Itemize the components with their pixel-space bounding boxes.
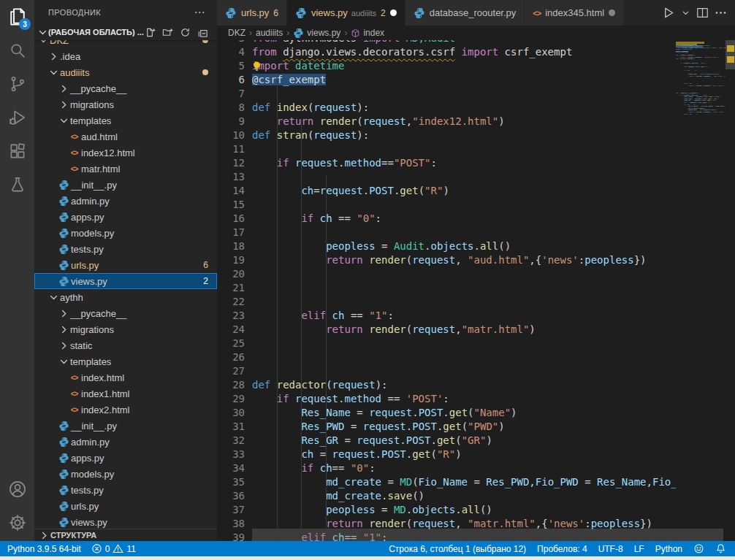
code-line[interactable]: Res_Name = request.POST.get("Name") (252, 406, 676, 420)
tree-item-init-py[interactable]: __init__.py (34, 177, 217, 193)
horizontal-scrollbar[interactable] (252, 529, 723, 541)
minimap[interactable]: from aythh.models import MD,Auditfrom dj… (676, 42, 726, 115)
code-line[interactable]: if request.method=="POST": (252, 156, 676, 170)
code-line[interactable]: def redactor(request): (252, 378, 676, 392)
code-line[interactable]: peopless = Audit.objects.all() (252, 239, 676, 253)
tab-index345-html[interactable]: <>index345.html (525, 0, 624, 26)
tree-item-index1-html[interactable]: <>index1.html (34, 386, 217, 402)
collapse-all-icon[interactable] (197, 27, 208, 38)
code-line[interactable]: import datetime (252, 59, 676, 73)
tree-item-views-py[interactable]: views.py (34, 514, 217, 530)
code-line[interactable] (252, 226, 676, 239)
activity-item-account[interactable] (0, 472, 34, 506)
status-language-mode[interactable]: Python (655, 544, 682, 554)
new-file-icon[interactable] (145, 27, 156, 38)
code-line[interactable] (252, 142, 676, 156)
status-eol[interactable]: LF (634, 544, 644, 554)
refresh-icon[interactable] (180, 27, 191, 38)
code-line[interactable]: if ch== "0": (252, 461, 676, 475)
breadcrumb-item-audiiits[interactable]: audiiits (256, 28, 283, 38)
activity-item-settings[interactable] (0, 506, 34, 540)
tree-item-pycache[interactable]: __pycache__ (34, 80, 217, 96)
tree-item-urls-py[interactable]: urls.py6 (34, 257, 217, 273)
code-line[interactable]: ch=request.POST.get("R") (252, 184, 676, 198)
code-action-lightbulb-icon[interactable] (251, 61, 262, 72)
breadcrumb-item-index[interactable]: index (351, 28, 384, 38)
outline-section-header[interactable]: СТРУКТУРА (34, 529, 217, 541)
status-notifications[interactable] (715, 543, 726, 554)
tree-item-models-py[interactable]: models.py (34, 225, 217, 241)
status-indentation[interactable]: Пробелов: 4 (537, 544, 587, 554)
code-line[interactable]: def stran(request): (252, 129, 676, 142)
status-cursor-position[interactable]: Строка 6, столбец 1 (выбрано 12) (389, 544, 526, 554)
code-content[interactable]: from aythh.models import MD,Auditfrom dj… (252, 40, 676, 541)
tab-urls-py[interactable]: urls.py6 (217, 0, 287, 26)
activity-item-search[interactable] (0, 34, 34, 67)
tree-item-pycache[interactable]: __pycache__ (34, 305, 217, 321)
run-dropdown-icon[interactable] (679, 6, 693, 20)
workspace-section-header[interactable]: (РАБОЧАЯ ОБЛАСТЬ) ... (34, 24, 217, 40)
tree-item-urls-py[interactable]: urls.py (34, 498, 217, 514)
code-line[interactable]: md_create = MD(Fio_Name = Res_PWD,Fio_PW… (252, 475, 676, 489)
tree-item-matr-html[interactable]: <>matr.html (34, 161, 217, 177)
tree-item-idea[interactable]: .idea (34, 48, 217, 64)
vertical-scrollbar[interactable] (726, 40, 735, 69)
code-line[interactable] (252, 337, 676, 350)
tree-item-views-py[interactable]: views.py2 (34, 273, 217, 289)
code-line[interactable]: Res_PWD = request.POST.get("PWD") (252, 420, 676, 434)
code-line[interactable] (252, 87, 676, 101)
status-feedback[interactable] (693, 543, 704, 554)
tree-item-apps-py[interactable]: apps.py (34, 209, 217, 225)
tree-item-models-py[interactable]: models.py (34, 466, 217, 482)
activity-item-extensions[interactable] (0, 134, 34, 168)
code-line[interactable]: Res_GR = request.POST.get("GR") (252, 434, 676, 448)
tab-database-roouter-py[interactable]: database_roouter.py (405, 0, 525, 26)
code-line[interactable]: def index(request): (252, 101, 676, 115)
tree-item-index-html[interactable]: <>index.html (34, 369, 217, 386)
code-line[interactable] (252, 267, 676, 281)
activity-item-run-debug[interactable] (0, 101, 34, 134)
breadcrumb-item-dkz[interactable]: DKZ (228, 28, 245, 38)
activity-item-explorer[interactable]: 3 (0, 0, 34, 34)
new-folder-icon[interactable] (162, 27, 173, 38)
tree-item-tests-py[interactable]: tests.py (34, 482, 217, 498)
code-line[interactable]: if ch == "0": (252, 212, 676, 226)
sidebar-more-actions-icon[interactable]: ⋯ (194, 6, 205, 19)
unsaved-dot-icon[interactable] (609, 9, 615, 16)
code-line[interactable]: ch = request.POST.get("R") (252, 448, 676, 461)
code-line[interactable]: return render(request, "aud.html",{'news… (252, 253, 676, 267)
code-line[interactable] (252, 295, 676, 309)
code-line[interactable] (252, 350, 676, 364)
code-line[interactable] (252, 281, 676, 295)
tree-item-tests-py[interactable]: tests.py (34, 241, 217, 257)
code-line[interactable]: md_create.save() (252, 489, 676, 503)
activity-item-testing[interactable] (0, 168, 34, 202)
tree-item-aud-html[interactable]: <>aud.html (34, 129, 217, 145)
code-line[interactable] (252, 198, 676, 212)
split-editor-icon[interactable] (694, 4, 711, 21)
code-line[interactable]: from django.views.decorators.csrf import… (252, 45, 676, 59)
tree-item-index12-html[interactable]: <>index12.html (34, 145, 217, 161)
status-python-version[interactable]: Python 3.9.5 64-bit (7, 544, 81, 554)
tree-item-apps-py[interactable]: apps.py (34, 450, 217, 466)
code-line[interactable]: peopless = MD.objects.all() (252, 503, 676, 517)
code-line[interactable]: @csrf_exempt (252, 73, 676, 87)
activity-item-source-control[interactable] (0, 67, 34, 101)
tree-item-migrations[interactable]: migrations (34, 321, 217, 337)
tree-item-index2-html[interactable]: <>index2.html (34, 402, 217, 418)
run-icon[interactable] (660, 4, 677, 21)
code-line[interactable]: if request.method == 'POST': (252, 392, 676, 406)
code-editor[interactable]: 1234567891011121314151617181920212223242… (217, 40, 735, 541)
code-line[interactable]: return render(request,"matr.html") (252, 323, 676, 337)
tree-item-init-py[interactable]: __init__.py (34, 418, 217, 434)
tree-item-admin-py[interactable]: admin.py (34, 434, 217, 450)
tree-item-templates[interactable]: templates (34, 112, 217, 129)
code-line[interactable]: return render(request,"index12.html") (252, 115, 676, 129)
code-line[interactable] (252, 364, 676, 378)
code-line[interactable]: from aythh.models import MD,Audit (252, 40, 676, 45)
tab-views-py[interactable]: views.pyaudiiits2 (287, 0, 405, 26)
tree-item-migrations[interactable]: migrations (34, 96, 217, 112)
status-problems[interactable]: 011 (91, 543, 136, 554)
status-encoding[interactable]: UTF-8 (598, 544, 623, 554)
tree-item-static[interactable]: static (34, 337, 217, 353)
